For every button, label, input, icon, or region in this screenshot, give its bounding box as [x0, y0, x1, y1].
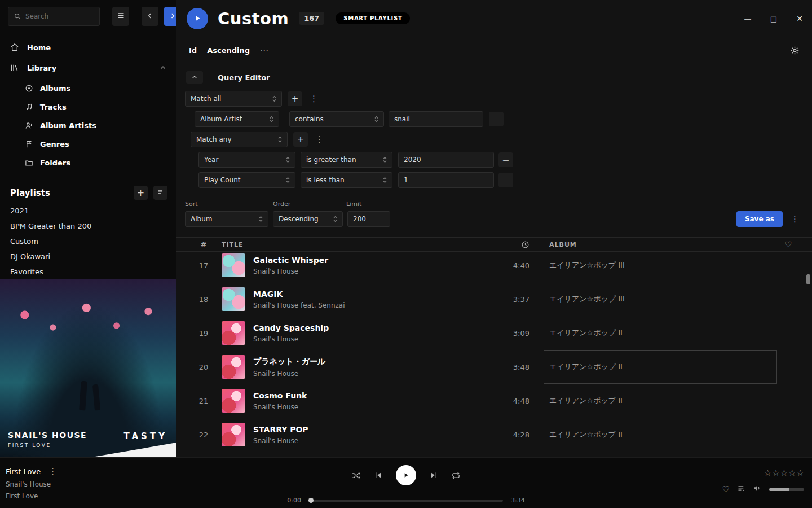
track-album: エイリアン☆ポップ II [549, 430, 777, 440]
sidebar-item-albums[interactable]: Albums [0, 79, 176, 98]
sidebar-item-tracks[interactable]: Tracks [0, 98, 176, 116]
column-header-duration[interactable] [496, 240, 529, 249]
playlist-item[interactable]: 2021 [0, 203, 176, 218]
select-value: contains [295, 115, 324, 123]
favorite-button[interactable]: ♡ [722, 484, 730, 494]
limit-label: Limit [346, 200, 389, 208]
rule-operator-select[interactable]: contains [289, 111, 384, 127]
group-match-mode-select[interactable]: Match any [191, 132, 288, 147]
repeat-button[interactable] [451, 471, 461, 480]
play-pause-button[interactable] [396, 465, 416, 485]
rule-value-input[interactable] [389, 111, 483, 127]
column-header-title[interactable]: TITLE [222, 241, 496, 248]
sort-field-button[interactable]: Id [189, 46, 197, 55]
seek-handle[interactable] [308, 498, 314, 503]
limit-input[interactable] [347, 211, 390, 227]
now-playing-menu-button[interactable]: ⋮ [48, 466, 56, 476]
track-row[interactable]: 20 プラネット・ガール Snail's House 3:48 エイリアン☆ポッ… [176, 350, 812, 384]
playlist-item[interactable]: DJ Okawari [0, 249, 176, 264]
rule-value-input[interactable] [398, 172, 494, 188]
star-icon[interactable]: ☆ [764, 468, 771, 478]
previous-button[interactable] [374, 471, 383, 480]
track-row[interactable]: 17 Galactic Whisper Snail's House 4:40 エ… [176, 252, 812, 282]
track-number: 21 [193, 397, 214, 405]
query-rule-row: Album Artist contains — [195, 111, 812, 127]
column-header-album[interactable]: ALBUM [549, 241, 777, 248]
rule-menu-button[interactable]: ⋮ [310, 94, 317, 104]
play-playlist-button[interactable] [187, 8, 208, 29]
shuffle-button[interactable] [351, 471, 361, 480]
match-mode-select[interactable]: Match all [185, 91, 282, 107]
save-menu-button[interactable]: ⋮ [791, 214, 798, 224]
rule-field-select[interactable]: Play Count [198, 172, 295, 188]
scrollbar-thumb[interactable] [806, 274, 810, 284]
sidebar-item-library[interactable]: Library [0, 58, 176, 78]
home-icon [10, 43, 19, 52]
skip-previous-icon [374, 471, 383, 480]
sidebar-item-album-artists[interactable]: Album Artists [0, 116, 176, 135]
music-note-icon [25, 103, 33, 111]
rule-field-select[interactable]: Year [198, 152, 295, 168]
main-content: Custom 167 SMART PLAYLIST — □ ✕ Id Ascen… [176, 0, 812, 457]
search-box[interactable] [8, 7, 100, 26]
next-button[interactable] [429, 471, 438, 480]
remove-rule-button[interactable]: — [498, 173, 513, 187]
playlist-options-button[interactable] [153, 186, 167, 200]
star-icon[interactable]: ☆ [780, 468, 788, 478]
select-value: Album Artist [200, 115, 242, 123]
total-time: 3:34 [511, 497, 528, 504]
sort-by-select[interactable]: Album [185, 211, 268, 227]
library-sublist: Albums Tracks Album Artists [0, 78, 176, 174]
track-row[interactable]: 18 MAGIK Snail's House feat. Sennzai 3:3… [176, 282, 812, 316]
track-row[interactable]: 21 Cosmo Funk Snail's House 4:48 エイリアン☆ポ… [176, 384, 812, 418]
hamburger-icon [117, 11, 125, 22]
rule-field-select[interactable]: Album Artist [195, 111, 279, 127]
more-options-button[interactable]: ⋯ [260, 45, 269, 55]
track-artist: Snail's House [253, 403, 496, 411]
sidebar-item-home[interactable]: Home [0, 37, 176, 58]
add-rule-button[interactable]: + [288, 91, 302, 106]
settings-button[interactable] [790, 46, 800, 55]
remove-rule-button[interactable]: — [498, 152, 513, 167]
save-as-button[interactable]: Save as [736, 211, 783, 227]
select-caret-icon [270, 116, 273, 122]
rule-operator-select[interactable]: is greater than [301, 152, 392, 168]
sort-direction-button[interactable]: Ascending [207, 46, 250, 55]
add-group-rule-button[interactable]: + [293, 132, 308, 147]
chevron-up-icon[interactable] [160, 64, 166, 71]
star-icon[interactable]: ☆ [772, 468, 779, 478]
star-icon[interactable]: ☆ [788, 468, 796, 478]
sidebar-item-genres[interactable]: Genres [0, 135, 176, 154]
menu-button[interactable] [112, 7, 129, 26]
collapse-query-editor-button[interactable] [186, 71, 203, 84]
nav-back-button[interactable] [142, 7, 158, 26]
seek-bar[interactable] [309, 500, 503, 502]
playlist-item[interactable]: Custom [0, 234, 176, 249]
column-header-index[interactable]: # [193, 240, 214, 249]
rule-operator-select[interactable]: is less than [301, 172, 392, 188]
query-editor: Match all + ⋮ Album Artist contains — [176, 91, 812, 188]
minimize-button[interactable]: — [743, 15, 752, 23]
maximize-button[interactable]: □ [769, 15, 778, 23]
close-button[interactable]: ✕ [795, 14, 804, 23]
queue-button[interactable] [737, 484, 745, 495]
order-select[interactable]: Descending [273, 211, 343, 227]
remove-rule-button[interactable]: — [489, 112, 504, 126]
sidebar-item-folders[interactable]: Folders [0, 154, 176, 172]
volume-slider[interactable] [769, 488, 804, 491]
column-header-favorite[interactable]: ♡ [777, 240, 800, 249]
now-playing-artist: Snail's House [6, 480, 56, 488]
group-menu-button[interactable]: ⋮ [315, 134, 323, 144]
playlist-item[interactable]: Favorites [0, 264, 176, 279]
add-playlist-button[interactable]: + [134, 186, 148, 200]
search-input[interactable] [25, 12, 94, 20]
playlist-item[interactable]: BPM Greater than 200 [0, 218, 176, 234]
star-icon[interactable]: ☆ [797, 468, 804, 478]
track-table-header: # TITLE ALBUM ♡ [176, 237, 812, 252]
rule-value-input[interactable] [398, 152, 494, 168]
track-row[interactable]: 19 Candy Spaceship Snail's House 3:09 エイ… [176, 316, 812, 350]
track-number: 22 [193, 431, 214, 439]
track-row[interactable]: 22 STARRY POP Snail's House 4:28 エイリアン☆ポ… [176, 418, 812, 452]
sidebar-item-label: Album Artists [40, 121, 96, 130]
volume-button[interactable] [753, 484, 762, 495]
